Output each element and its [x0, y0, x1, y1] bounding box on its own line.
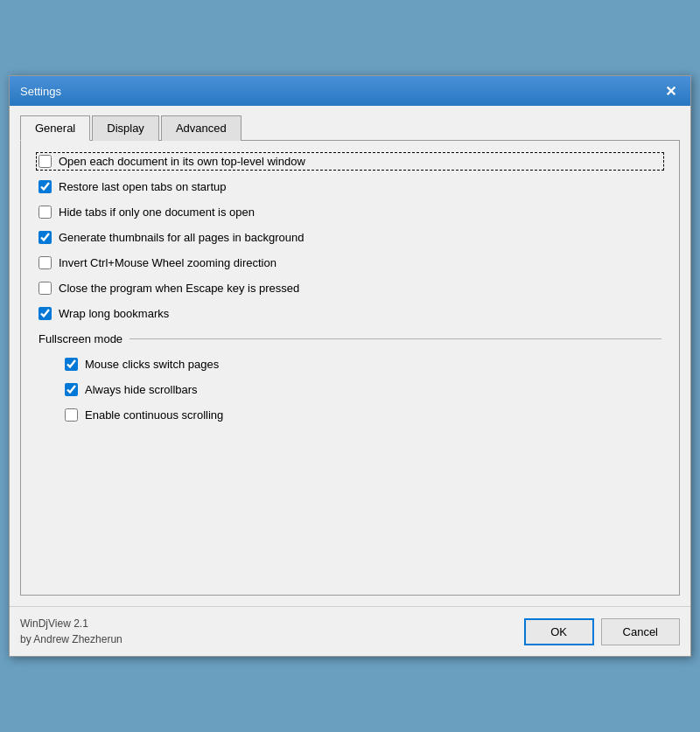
- checkbox-wrap[interactable]: [38, 307, 52, 320]
- tab-advanced[interactable]: Advanced: [161, 115, 242, 141]
- section-divider: [130, 338, 662, 339]
- checkbox-label-scrollbars[interactable]: Always hide scrollbars: [85, 383, 198, 396]
- checkbox-mouse[interactable]: [65, 358, 78, 371]
- fullscreen-options: Mouse clicks switch pages Always hide sc…: [38, 358, 662, 422]
- checkbox-row-invert: Invert Ctrl+Mouse Wheel zooming directio…: [38, 256, 662, 269]
- checkbox-label-thumbnails[interactable]: Generate thumbnails for all pages in bac…: [59, 231, 304, 244]
- checkbox-row-toplevel: Open each document in its own top-level …: [38, 155, 662, 168]
- checkbox-escape[interactable]: [38, 282, 52, 295]
- checkbox-row-thumbnails: Generate thumbnails for all pages in bac…: [38, 231, 662, 244]
- ok-button[interactable]: OK: [524, 618, 594, 645]
- title-bar: Settings ✕: [10, 76, 690, 106]
- window-content: General Display Advanced Open each docum…: [10, 106, 690, 606]
- checkbox-scrollbars[interactable]: [65, 383, 78, 396]
- tab-content-general: Open each document in its own top-level …: [20, 141, 680, 596]
- checkbox-row-restore: Restore last open tabs on startup: [38, 180, 662, 193]
- footer: WinDjView 2.1 by Andrew Zhezherun OK Can…: [10, 606, 690, 656]
- checkbox-row-continuous: Enable continuous scrolling: [65, 408, 662, 422]
- checkbox-label-restore[interactable]: Restore last open tabs on startup: [59, 180, 227, 193]
- app-author: by Andrew Zhezherun: [20, 631, 122, 647]
- checkbox-thumbnails[interactable]: [38, 231, 52, 244]
- tab-general[interactable]: General: [20, 115, 90, 141]
- checkbox-label-wrap[interactable]: Wrap long bookmarks: [59, 307, 169, 320]
- checkbox-hidetabs[interactable]: [38, 206, 52, 219]
- checkbox-label-hidetabs[interactable]: Hide tabs if only one document is open: [59, 206, 255, 219]
- checkbox-label-toplevel[interactable]: Open each document in its own top-level …: [59, 155, 305, 168]
- tab-display[interactable]: Display: [92, 115, 159, 141]
- app-name: WinDjView 2.1: [20, 616, 122, 631]
- footer-buttons: OK Cancel: [524, 618, 680, 645]
- checkbox-label-escape[interactable]: Close the program when Escape key is pre…: [59, 282, 299, 295]
- checkbox-restore[interactable]: [38, 180, 52, 193]
- checkbox-row-wrap: Wrap long bookmarks: [38, 307, 662, 320]
- cancel-button[interactable]: Cancel: [601, 618, 680, 645]
- close-button[interactable]: ✕: [661, 81, 680, 101]
- checkbox-invert[interactable]: [38, 256, 52, 269]
- window-title: Settings: [20, 85, 61, 98]
- settings-window: Settings ✕ General Display Advanced Open…: [9, 75, 691, 657]
- app-info: WinDjView 2.1 by Andrew Zhezherun: [20, 616, 122, 647]
- checkbox-row-escape: Close the program when Escape key is pre…: [38, 282, 662, 295]
- tab-bar: General Display Advanced: [20, 115, 680, 141]
- checkbox-label-mouse[interactable]: Mouse clicks switch pages: [85, 358, 219, 371]
- checkbox-label-invert[interactable]: Invert Ctrl+Mouse Wheel zooming directio…: [59, 256, 276, 269]
- checkbox-row-scrollbars: Always hide scrollbars: [65, 383, 662, 396]
- checkbox-row-hidetabs: Hide tabs if only one document is open: [38, 206, 662, 219]
- checkbox-label-continuous[interactable]: Enable continuous scrolling: [85, 408, 223, 422]
- checkbox-continuous[interactable]: [65, 408, 78, 422]
- fullscreen-label: Fullscreen mode: [38, 332, 122, 345]
- fullscreen-section-header: Fullscreen mode: [38, 332, 662, 345]
- checkbox-toplevel[interactable]: [38, 155, 52, 168]
- checkbox-row-mouse: Mouse clicks switch pages: [65, 358, 662, 371]
